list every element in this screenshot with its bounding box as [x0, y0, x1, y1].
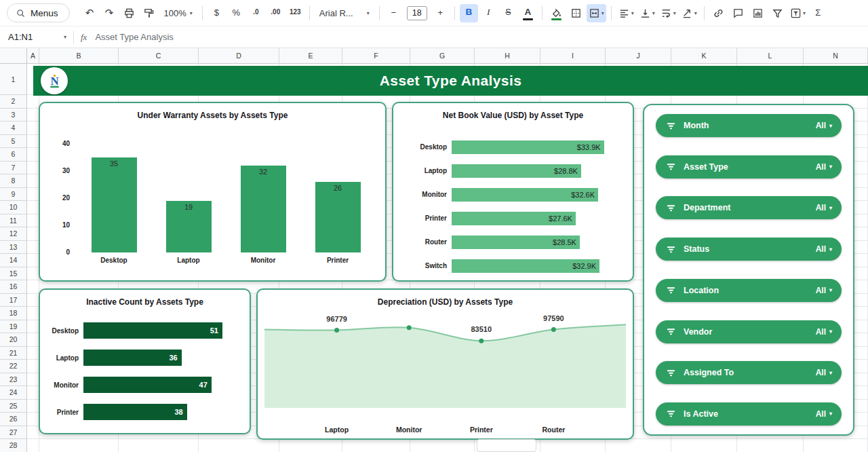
column-header-c[interactable]: C — [119, 48, 199, 63]
row-header-16[interactable]: 16 — [0, 280, 26, 294]
row-header-10[interactable]: 10 — [0, 201, 26, 214]
column-header-f[interactable]: F — [342, 48, 410, 63]
row-header-3[interactable]: 3 — [0, 109, 26, 122]
slicer-is-active[interactable]: Is ActiveAll▾ — [656, 402, 842, 426]
row-header-5[interactable]: 5 — [0, 135, 26, 149]
borders-button[interactable] — [567, 4, 585, 22]
row-header-28[interactable]: 28 — [0, 439, 26, 452]
more-formats-button[interactable]: 123 — [286, 4, 304, 22]
row-header-22[interactable]: 22 — [0, 360, 26, 373]
fill-color-button[interactable] — [547, 4, 566, 22]
strikethrough-button[interactable]: S — [499, 4, 517, 22]
row-header-24[interactable]: 24 — [0, 386, 26, 400]
slicer-location[interactable]: LocationAll▾ — [656, 279, 842, 302]
row-header-18[interactable]: 18 — [0, 307, 26, 320]
row-header-19[interactable]: 19 — [0, 320, 26, 334]
row-header-14[interactable]: 14 — [0, 254, 26, 267]
column-header-h[interactable]: H — [475, 48, 540, 63]
create-filter-button[interactable] — [768, 4, 787, 22]
column-header-k[interactable]: K — [671, 48, 737, 63]
decrease-decimal-button[interactable]: .0 — [247, 4, 265, 22]
slicer-vendor[interactable]: VendorAll▾ — [656, 320, 842, 343]
column-header-j[interactable]: J — [606, 48, 671, 63]
slicer-value[interactable]: All▾ — [816, 244, 832, 254]
row-header-12[interactable]: 12 — [0, 227, 26, 241]
column-header-g[interactable]: G — [410, 48, 475, 63]
text-wrap-button[interactable]: ▾ — [658, 4, 678, 22]
zoom-select[interactable]: 100%▾ — [159, 4, 197, 22]
select-all-corner[interactable] — [0, 48, 27, 64]
slicer-value[interactable]: All▾ — [816, 368, 832, 377]
decrease-font-size-button[interactable]: − — [384, 4, 403, 22]
slicer-status[interactable]: StatusAll▾ — [656, 238, 842, 261]
row-header-9[interactable]: 9 — [0, 188, 26, 202]
row-header-23[interactable]: 23 — [0, 373, 26, 387]
bar-printer: 38 — [83, 404, 187, 420]
insert-comment-button[interactable] — [729, 4, 747, 22]
name-box-value: A1:N1 — [8, 32, 33, 42]
format-currency-button[interactable]: $ — [208, 4, 226, 22]
bold-button[interactable]: B — [460, 4, 478, 22]
row-header-1[interactable]: 1 — [0, 64, 26, 95]
row-header-11[interactable]: 11 — [0, 214, 26, 228]
slicer-department[interactable]: DepartmentAll▾ — [656, 196, 842, 219]
font-size-input[interactable]: 18 — [407, 6, 427, 20]
slicer-assigned-to[interactable]: Assigned ToAll▾ — [656, 361, 842, 384]
column-header-i[interactable]: I — [540, 48, 606, 63]
slicer-value[interactable]: All▾ — [816, 409, 832, 419]
cell-name-box[interactable]: A1:N1 ▾ — [8, 32, 66, 42]
increase-decimal-button[interactable]: .00 — [267, 4, 285, 22]
row-header-15[interactable]: 15 — [0, 267, 26, 281]
row-header-20[interactable]: 20 — [0, 333, 26, 347]
row-header-26[interactable]: 26 — [0, 413, 26, 426]
column-header-n[interactable]: N — [804, 48, 868, 63]
column-header-d[interactable]: D — [199, 48, 279, 63]
row-header-2[interactable]: 2 — [0, 95, 26, 109]
format-percent-button[interactable]: % — [227, 4, 245, 22]
row-header-21[interactable]: 21 — [0, 347, 26, 360]
slicer-value[interactable]: All▾ — [816, 121, 832, 130]
filter-views-button[interactable]: ▾ — [788, 4, 808, 22]
row-header-4[interactable]: 4 — [0, 121, 26, 135]
horizontal-align-button[interactable]: ▾ — [616, 4, 636, 22]
slicer-month[interactable]: MonthAll▾ — [656, 114, 842, 137]
menus-button[interactable]: Menus — [7, 3, 70, 22]
increase-font-size-button[interactable]: + — [431, 4, 450, 22]
redo-button[interactable]: ↷ — [100, 4, 119, 22]
undo-button[interactable]: ↶ — [81, 4, 99, 22]
italic-button[interactable]: I — [479, 4, 498, 22]
column-header-b[interactable]: B — [39, 48, 119, 63]
grid[interactable]: N Asset Type Analysis Under Warranty Ass… — [27, 64, 868, 452]
chart-net-book-value[interactable]: Net Book Value (USD) by Asset Type Deskt… — [392, 102, 634, 282]
paint-format-button[interactable] — [140, 4, 158, 22]
text-rotation-button[interactable]: ▾ — [679, 4, 699, 22]
functions-button[interactable]: Σ — [809, 4, 827, 22]
text-color-button[interactable]: A — [519, 4, 537, 22]
slicer-value[interactable]: All▾ — [816, 162, 832, 172]
row-header-25[interactable]: 25 — [0, 400, 26, 413]
column-header-a[interactable]: A — [27, 48, 39, 63]
row-header-17[interactable]: 17 — [0, 294, 26, 307]
row-header-13[interactable]: 13 — [0, 241, 26, 255]
slicer-value[interactable]: All▾ — [816, 203, 832, 212]
merge-cells-button[interactable]: ▾ — [587, 4, 606, 22]
chevron-down-icon: ▾ — [673, 10, 676, 16]
row-header-27[interactable]: 27 — [0, 426, 26, 440]
chart-depreciation[interactable]: Depreciation (USD) by Assets Type 96779L… — [256, 288, 634, 440]
print-button[interactable] — [120, 4, 138, 22]
column-header-l[interactable]: L — [737, 48, 804, 63]
insert-chart-button[interactable] — [749, 4, 767, 22]
column-header-e[interactable]: E — [279, 48, 342, 63]
row-header-6[interactable]: 6 — [0, 148, 26, 162]
vertical-align-button[interactable]: ▾ — [637, 4, 657, 22]
formula-input[interactable]: Asset Type Analysis — [95, 32, 173, 42]
font-select[interactable]: Arial R...▾ — [315, 4, 374, 22]
chart-under-warranty[interactable]: Under Warranty Assets by Assets Type 010… — [39, 102, 387, 282]
slicer-asset-type[interactable]: Asset TypeAll▾ — [656, 155, 842, 178]
insert-link-button[interactable] — [709, 4, 728, 22]
row-header-7[interactable]: 7 — [0, 162, 26, 175]
row-header-8[interactable]: 8 — [0, 174, 26, 188]
slicer-value[interactable]: All▾ — [816, 327, 832, 337]
slicer-value[interactable]: All▾ — [816, 286, 832, 295]
chart-inactive-count[interactable]: Inactive Count by Assets Type Desktop51L… — [39, 288, 251, 434]
